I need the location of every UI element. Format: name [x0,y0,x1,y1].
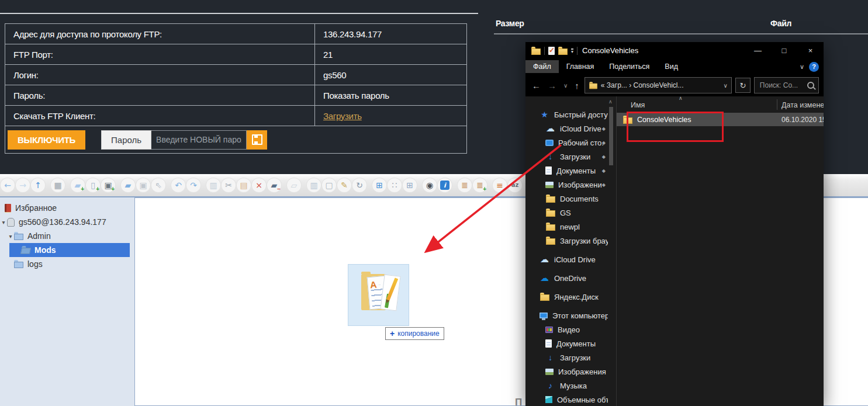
column-name[interactable]: Имя [631,101,645,109]
refresh-button[interactable]: ↻ [735,78,751,93]
ribbon-tab-файл[interactable]: Файл [525,60,559,73]
toolbar-forward-button[interactable]: → [16,178,30,192]
column-divider[interactable] [777,99,777,110]
toolbar-sort-az-button[interactable]: az [508,178,522,192]
column-date-modified[interactable]: Дата изменен [781,101,824,109]
toolbar-back-button[interactable]: ← [1,178,15,192]
help-icon[interactable]: ? [809,62,819,72]
toolbar-transfer-button[interactable]: ↻ [352,178,366,192]
address-box[interactable]: « Загр... › ConsoleVehicl... ∨ [585,77,732,93]
ribbon-collapse-icon[interactable]: ∨ [800,63,804,71]
history-dropdown-icon[interactable]: ∨ [562,82,569,89]
toolbar-paste-button[interactable]: ▤ [237,178,251,192]
sidebar-item-icloud-drive[interactable]: ☁iCloud Drive [525,252,608,266]
toolbar-list-view-button[interactable]: ≡ [493,178,507,192]
sidebar-item-изображения[interactable]: Изображения [525,365,608,379]
toolbar-view-tiles-button[interactable]: ⊞ [372,178,386,192]
properties-check-icon[interactable] [548,47,555,55]
sidebar-item-музыка[interactable]: ♪Музыка [525,379,608,393]
qat-dropdown-icon[interactable]: ▾ [571,48,573,54]
toolbar-copy-button[interactable]: ▥ [206,178,220,192]
breadcrumb[interactable]: « Загр... › ConsoleVehicl... [601,81,684,89]
toolbar-edit-button[interactable]: ▱ [287,178,301,192]
sidebar-item-загрузки[interactable]: ↓Загрузки [525,351,608,365]
toolbar-view-mixed-button[interactable]: ⊞ [403,178,417,192]
toolbar-redo-button[interactable]: ↷ [186,178,200,192]
close-button[interactable]: × [797,42,824,59]
toolbar-terminal-button[interactable]: ≣ [458,178,472,192]
show-password-link[interactable]: Показать пароль [323,91,389,100]
toolbar-new-folder-button[interactable]: ▰+ [71,178,85,192]
scroll-up-icon[interactable]: ∧ [608,99,613,105]
sidebar-item-label: Быстрый доступ [554,110,608,119]
download-link[interactable]: Загрузить [323,111,362,121]
sidebar-item-яндекс-диск[interactable]: Яндекс.Диск [525,290,608,304]
toolbar-up-button[interactable]: ↑ [31,178,45,192]
sidebar-scrollbar[interactable]: ∧ [608,96,614,406]
sidebar-item-загрузки[interactable]: ↓Загрузки◆ [525,150,608,164]
expand-caret-icon[interactable]: ▾ [7,233,14,240]
search-input[interactable] [759,81,802,90]
toolbar-remove-dir-button[interactable]: ▰− [267,178,281,192]
sidebar-item-быстрый-доступ[interactable]: ★Быстрый доступ [525,107,608,122]
toolbar-info-button[interactable]: i [438,178,452,192]
sidebar-item-gs[interactable]: GS [525,206,608,220]
back-button[interactable]: ← [530,81,542,91]
sidebar-item-документы[interactable]: Документы◆ [525,164,608,178]
sidebar-item-загрузки-браузе[interactable]: Загрузки браузе [525,234,608,248]
toolbar-delete-button[interactable]: × [252,178,266,192]
address-dropdown-icon[interactable]: ∨ [724,82,728,89]
toolbar-duplicate-button[interactable]: ▥ [307,178,321,192]
minimize-button[interactable]: — [745,42,771,59]
sidebar-item-рабочий-сто-[interactable]: Рабочий сто.◆ [525,136,608,150]
sidebar-item-документы[interactable]: Документы [525,336,608,351]
up-button[interactable]: ↑ [573,81,581,91]
tree-item-mods[interactable]: Mods [9,243,130,257]
expand-caret-icon[interactable]: ▾ [0,219,7,225]
sidebar-item-newpl[interactable]: newpl [525,220,608,234]
forward-button[interactable]: → [546,81,558,91]
toolbar-connect-server-button[interactable]: ▦ [51,178,65,192]
toolbar-open-folder-button[interactable]: ▰ [121,178,135,192]
toolbar-terminal-add-button[interactable]: ≣+ [473,178,487,192]
sidebar-item-изображени[interactable]: Изображени◆ [525,178,608,192]
sidebar-item-documents[interactable]: Documents [525,192,608,206]
sidebar-item-icloud-drive[interactable]: ☁iCloud Drive◆ [525,122,608,136]
toolbar-undo-button[interactable]: ↶ [171,178,185,192]
sidebar-item-видео[interactable]: Видео [525,322,608,336]
ribbon-tab-поделиться[interactable]: Поделиться [601,60,657,73]
search-icon[interactable] [807,82,814,89]
tree-item-logs[interactable]: logs [0,257,134,271]
password-button[interactable]: Пароль [101,130,151,150]
toolbar-save-button[interactable]: ▣ [136,178,150,192]
tree-item-admin[interactable]: ▾Admin [0,229,134,243]
ftp-client-download-value[interactable]: Загрузить [315,106,466,126]
folder-icon [546,196,555,203]
toolbar-select-button[interactable]: ▢ [322,178,336,192]
tree-item-label: Mods [34,245,56,255]
right-divider-line [494,33,868,34]
new-password-input[interactable] [151,130,247,150]
scrollbar-thumb[interactable] [609,107,613,165]
toolbar-pointer-button[interactable]: ⇖ [151,178,165,192]
toolbar-view-icons-button[interactable]: ∷ [388,178,402,192]
toolbar-cut-button[interactable]: ✂ [222,178,236,192]
sidebar-item-onedrive[interactable]: ☁OneDrive [525,271,608,285]
ftp-password-toggle-value[interactable]: Показать пароль [315,85,466,105]
toolbar-save-new-button[interactable]: ▣+ [101,178,115,192]
toolbar-preview-button[interactable]: ◉ [423,178,437,192]
ribbon-tab-главная[interactable]: Главная [559,60,602,73]
dragged-folder-ghost[interactable]: A [348,264,409,326]
ribbon-tab-вид[interactable]: Вид [657,60,686,73]
maximize-button[interactable]: □ [771,42,797,59]
power-off-button[interactable]: ВЫКЛЮЧИТЬ [8,130,85,150]
sidebar-item-объемные-объ[interactable]: Объемные объ [525,393,608,406]
tree-item-gs560-136-243-94-177[interactable]: ▾gs560@136.243.94.177 [0,215,134,229]
folder-icon[interactable] [558,48,568,55]
tree-item-избранное[interactable]: Избранное [0,201,134,215]
toolbar-rename-button[interactable]: ✎ [337,178,351,192]
save-password-button[interactable] [247,130,267,150]
toolbar-new-file-button[interactable]: ▯+ [86,178,100,192]
sidebar-item-этот-компьютер[interactable]: Этот компьютер [525,308,608,322]
explorer-titlebar[interactable]: ▾ ConsoleVehicles — □ × [525,42,824,59]
